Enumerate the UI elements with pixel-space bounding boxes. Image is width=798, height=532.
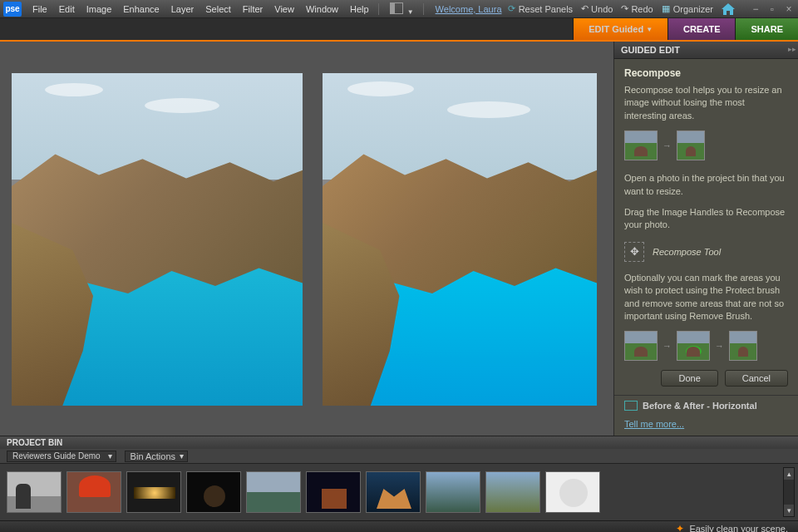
scroll-up-button[interactable]: ▴ — [784, 468, 794, 480]
optional-description: Optionally you can mark the areas you wi… — [624, 272, 788, 323]
arrow-right-icon: → — [663, 140, 672, 150]
arrow-right-icon: → — [715, 341, 724, 351]
bin-controls: Reviewers Guide Demo Bin Actions — [0, 449, 798, 464]
tab-share[interactable]: SHARE — [735, 18, 798, 40]
demo-thumbnails: → — [624, 131, 788, 160]
menu-select[interactable]: Select — [200, 2, 237, 17]
menu-edit[interactable]: Edit — [53, 2, 81, 17]
bin-strip: ▴ ▾ — [0, 464, 798, 520]
reset-panels-button[interactable]: ⟳Reset Panels — [508, 3, 573, 14]
guided-panel: GUIDED EDIT Recompose Recompose tool hel… — [613, 42, 798, 436]
menu-filter[interactable]: Filter — [237, 2, 268, 17]
layout-selector[interactable]: ▼ — [382, 0, 420, 18]
organizer-label: Organizer — [673, 4, 713, 14]
tab-create[interactable]: CREATE — [667, 18, 735, 40]
view-mode-label: Before & After - Horizontal — [643, 401, 757, 411]
after-image[interactable] — [323, 73, 597, 406]
close-button[interactable]: × — [783, 4, 795, 14]
tell-me-more-link[interactable]: Tell me more... — [614, 416, 798, 436]
menu-help[interactable]: Help — [344, 2, 375, 17]
refresh-icon: ⟳ — [508, 3, 515, 14]
hint-open-photo: Open a photo in the project bin that you… — [624, 172, 788, 198]
reset-label: Reset Panels — [519, 4, 573, 14]
redo-label: Redo — [631, 4, 653, 14]
menu-layer[interactable]: Layer — [165, 2, 200, 17]
bin-scrollbar[interactable]: ▴ ▾ — [783, 467, 795, 517]
grid-icon: ▦ — [662, 3, 670, 14]
menu-view[interactable]: View — [268, 2, 300, 17]
bin-thumb-4[interactable] — [186, 471, 241, 513]
app-icon: pse — [3, 2, 22, 17]
panel-header: GUIDED EDIT — [614, 42, 798, 59]
bin-thumb-10[interactable] — [545, 471, 600, 513]
bin-actions-label: Bin Actions — [131, 451, 175, 461]
panel-description: Recompose tool helps you to resize an im… — [624, 84, 788, 122]
minimize-button[interactable]: − — [750, 4, 761, 14]
arrow-right-icon: → — [663, 341, 672, 351]
undo-icon: ↶ — [581, 3, 589, 14]
bin-thumb-8[interactable] — [426, 471, 480, 513]
bin-thumb-9[interactable] — [485, 471, 540, 513]
brush-demo-2 — [677, 331, 710, 361]
demo-thumb-before — [624, 131, 658, 160]
bin-thumb-7[interactable] — [366, 471, 421, 513]
redo-button[interactable]: ↷Redo — [621, 3, 653, 14]
bin-collection-select[interactable]: Reviewers Guide Demo — [7, 451, 116, 462]
scroll-down-button[interactable]: ▾ — [784, 505, 794, 516]
recompose-tool-label: Recompose Tool — [653, 247, 721, 257]
panel-title: Recompose — [624, 67, 788, 79]
expand-panel-icon[interactable]: ▸▸ — [788, 45, 796, 53]
menu-enhance[interactable]: Enhance — [117, 2, 165, 17]
bin-thumb-2[interactable] — [66, 471, 121, 513]
sparkle-icon: ✦ — [676, 523, 684, 533]
separator — [378, 3, 379, 15]
hint-drag-handles: Drag the Image Handles to Recompose your… — [624, 206, 788, 232]
tab-edit-label: EDIT Guided — [589, 24, 643, 34]
chevron-down-icon: ▼ — [646, 26, 653, 33]
brush-demo-thumbnails: → → — [624, 331, 788, 361]
menu-file[interactable]: File — [27, 2, 53, 17]
undo-label: Undo — [591, 4, 613, 14]
undo-button[interactable]: ↶Undo — [581, 3, 613, 14]
brush-demo-1 — [624, 331, 658, 361]
organizer-button[interactable]: ▦Organizer — [662, 3, 713, 14]
home-icon[interactable] — [722, 3, 735, 15]
before-after-icon — [624, 401, 638, 411]
menu-window[interactable]: Window — [300, 2, 344, 17]
canvas-area — [0, 42, 613, 436]
menu-image[interactable]: Image — [81, 2, 118, 17]
chevron-down-icon: ▼ — [407, 8, 414, 16]
before-image[interactable] — [12, 73, 303, 406]
bin-thumb-3[interactable] — [126, 471, 181, 513]
redo-icon: ↷ — [621, 3, 628, 14]
main-area: GUIDED EDIT Recompose Recompose tool hel… — [0, 42, 798, 436]
recompose-tool-button[interactable]: ✥ Recompose Tool — [624, 242, 788, 262]
done-button[interactable]: Done — [661, 370, 717, 387]
bin-actions-select[interactable]: Bin Actions — [125, 451, 188, 462]
brush-demo-3 — [729, 331, 757, 361]
demo-thumb-after — [677, 131, 705, 160]
welcome-link[interactable]: Welcome, Laura — [436, 4, 502, 14]
view-mode-toggle[interactable]: Before & After - Horizontal — [614, 395, 798, 416]
mode-bar: EDIT Guided▼ CREATE SHARE — [0, 18, 798, 42]
layout-icon — [390, 2, 403, 14]
bin-thumb-5[interactable] — [246, 471, 301, 513]
maximize-button[interactable]: ▫ — [766, 4, 778, 14]
separator — [423, 3, 424, 15]
status-bar: ✦ Easily clean your scene. — [0, 520, 798, 532]
tab-edit[interactable]: EDIT Guided▼ — [573, 18, 667, 40]
project-bin-header: PROJECT BIN — [0, 436, 798, 449]
recompose-tool-icon: ✥ — [624, 242, 644, 262]
cancel-button[interactable]: Cancel — [725, 370, 788, 387]
bin-thumb-1[interactable] — [7, 471, 62, 513]
status-text: Easily clean your scene. — [689, 524, 788, 533]
menubar: pse File Edit Image Enhance Layer Select… — [0, 0, 798, 18]
bin-thumb-6[interactable] — [306, 471, 361, 513]
